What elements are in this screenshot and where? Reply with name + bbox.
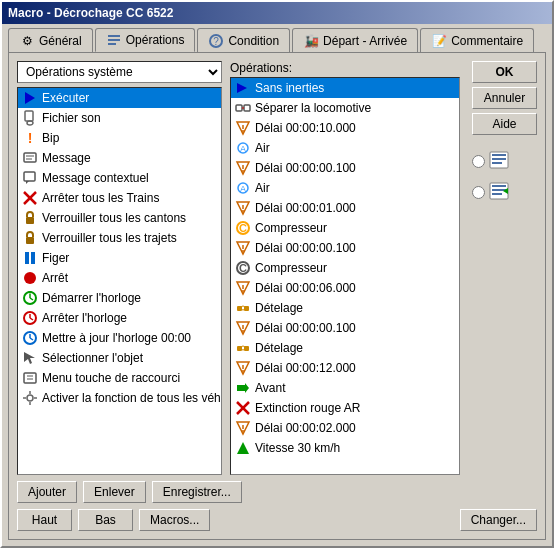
svg-rect-8 (24, 153, 36, 162)
right-list-item-delai-6[interactable]: Délai 00:00:00.100 (231, 318, 459, 338)
right-list-item-delai-3[interactable]: Délai 00:00:01.000 (231, 198, 459, 218)
svg-point-55 (242, 210, 244, 212)
svg-text:C: C (239, 262, 247, 274)
right-list-item-extinction-rouge-ar[interactable]: Extinction rouge AR (231, 398, 459, 418)
list-icon (22, 290, 38, 306)
ok-button[interactable]: OK (472, 61, 537, 83)
svg-rect-16 (26, 237, 34, 244)
svg-rect-6 (25, 111, 33, 121)
list-icon (22, 310, 38, 326)
annuler-button[interactable]: Annuler (472, 87, 537, 109)
right-list-item-air-2[interactable]: AAir (231, 178, 459, 198)
right-list-item-compresseur-2[interactable]: CCompresseur (231, 258, 459, 278)
left-list-item-message[interactable]: Message (18, 148, 221, 168)
train-icon: 🚂 (303, 33, 319, 49)
left-list-item-verrouiller-trajets[interactable]: Verrouiller tous les trajets (18, 228, 221, 248)
list-icon (235, 380, 251, 396)
left-list-item-message-contextuel[interactable]: Message contextuel (18, 168, 221, 188)
tab-general[interactable]: ⚙ Général (8, 28, 93, 52)
svg-marker-5 (25, 92, 35, 104)
left-list-item-menu-raccourci[interactable]: Menu touche de raccourci (18, 368, 221, 388)
svg-marker-84 (237, 442, 249, 454)
list-icon (235, 400, 251, 416)
svg-text:?: ? (214, 36, 220, 47)
right-list-item-separer-loco[interactable]: Séparer la locomotive (231, 98, 459, 118)
svg-point-45 (242, 130, 244, 132)
list-icon (22, 330, 38, 346)
enlever-button[interactable]: Enlever (83, 481, 146, 503)
right-list-item-delai-7[interactable]: Délai 00:00:12.000 (231, 358, 459, 378)
list-icon (235, 280, 251, 296)
left-list-item-executer[interactable]: Exécuter (18, 88, 221, 108)
right-list-item-delai-5[interactable]: Délai 00:00:06.000 (231, 278, 459, 298)
comment-icon: 📝 (431, 33, 447, 49)
list-icon (235, 360, 251, 376)
left-list-item-arret[interactable]: Arrêt (18, 268, 221, 288)
list-icon (22, 110, 38, 126)
radio-2[interactable] (472, 186, 485, 199)
operations-dropdown[interactable]: Opérations système (17, 61, 222, 83)
left-list-item-activer-vehicules[interactable]: Activer la fonction de tous les véhicule… (18, 388, 221, 408)
right-list-item-vitesse-30[interactable]: Vitesse 30 km/h (231, 438, 459, 458)
changer-button[interactable]: Changer... (460, 509, 537, 531)
svg-rect-92 (492, 193, 502, 195)
left-list-item-bip[interactable]: !Bip (18, 128, 221, 148)
tab-operations[interactable]: Opérations (95, 28, 196, 52)
left-list-item-arreter-trains[interactable]: Arrêter tous les Trains (18, 188, 221, 208)
bottom-buttons-row2: Haut Bas Macros... Changer... (17, 509, 537, 531)
svg-marker-78 (237, 383, 249, 393)
svg-line-26 (30, 318, 33, 320)
left-list-item-maj-horloge[interactable]: Mettre à jour l'horloge 00:00 (18, 328, 221, 348)
bas-button[interactable]: Bas (78, 509, 133, 531)
right-list-item-avant[interactable]: Avant (231, 378, 459, 398)
svg-rect-90 (492, 185, 506, 187)
tab-commentaire[interactable]: 📝 Commentaire (420, 28, 534, 52)
list-icon: A (235, 140, 251, 156)
list-icon (22, 230, 38, 246)
main-window: Macro - Décrochage CC 6522 ⚙ Général Opé… (0, 0, 554, 548)
left-list-item-arreter-horloge[interactable]: Arrêter l'horloge (18, 308, 221, 328)
right-list-item-delai-1[interactable]: Délai 00:00:10.000 (231, 118, 459, 138)
svg-point-34 (27, 395, 33, 401)
right-list-item-detelage-1[interactable]: Dételage (231, 298, 459, 318)
right-list-item-air-1[interactable]: AAir (231, 138, 459, 158)
left-list-item-demarrer-horloge[interactable]: Démarrer l'horloge (18, 288, 221, 308)
svg-text:A: A (240, 144, 246, 154)
left-list-item-figer[interactable]: Figer (18, 248, 221, 268)
right-list-item-delai-4[interactable]: Délai 00:00:00.100 (231, 238, 459, 258)
right-listbox[interactable]: Sans inertiesSéparer la locomotiveDélai … (230, 77, 460, 475)
right-list-item-compresseur-1[interactable]: CCompresseur (231, 218, 459, 238)
tab-condition-label: Condition (228, 34, 279, 48)
svg-rect-40 (236, 105, 242, 111)
bottom-buttons-row1: Ajouter Enlever Enregistrer... (17, 481, 537, 503)
right-list-item-sans-inerties[interactable]: Sans inerties (231, 78, 459, 98)
macros-button[interactable]: Macros... (139, 509, 210, 531)
ajouter-button[interactable]: Ajouter (17, 481, 77, 503)
right-list-item-delai-2[interactable]: Délai 00:00:00.100 (231, 158, 459, 178)
tab-condition[interactable]: ? Condition (197, 28, 290, 52)
tab-commentaire-label: Commentaire (451, 34, 523, 48)
aide-button[interactable]: Aide (472, 113, 537, 135)
list-icon (22, 170, 38, 186)
window-title: Macro - Décrochage CC 6522 (8, 6, 173, 20)
tab-operations-label: Opérations (126, 33, 185, 47)
left-listbox[interactable]: ExécuterFichier son!BipMessageMessage co… (17, 87, 222, 475)
left-list-item-selectionner-objet[interactable]: Sélectionner l'objet (18, 348, 221, 368)
svg-point-60 (242, 250, 244, 252)
svg-marker-30 (24, 352, 35, 364)
list-icon (22, 390, 38, 406)
list-icon: A (235, 180, 251, 196)
left-list-item-verrouiller-cantons[interactable]: Verrouiller tous les cantons (18, 208, 221, 228)
list-icon (22, 210, 38, 226)
radio-1[interactable] (472, 155, 485, 168)
enregistrer-button[interactable]: Enregistrer... (152, 481, 242, 503)
right-list-item-detelage-2[interactable]: Dételage (231, 338, 459, 358)
right-list-item-delai-8[interactable]: Délai 00:00:02.000 (231, 418, 459, 438)
left-list-item-fichier-son[interactable]: Fichier son (18, 108, 221, 128)
tab-general-label: Général (39, 34, 82, 48)
haut-button[interactable]: Haut (17, 509, 72, 531)
tab-depart-arrivee[interactable]: 🚂 Départ - Arrivée (292, 28, 418, 52)
list-icon (235, 300, 251, 316)
svg-rect-0 (108, 35, 120, 37)
title-bar: Macro - Décrochage CC 6522 (2, 2, 552, 24)
